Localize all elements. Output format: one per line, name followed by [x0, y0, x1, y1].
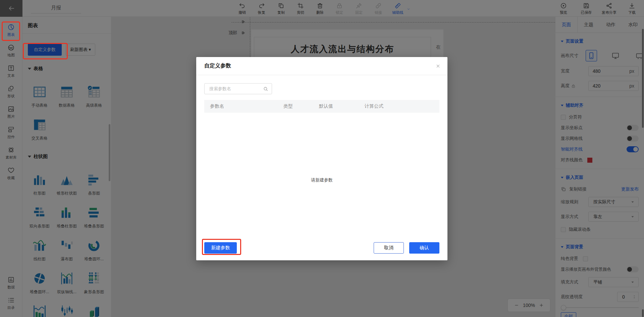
- close-icon[interactable]: [435, 63, 441, 69]
- column-header: 计算公式: [365, 103, 383, 109]
- modal-title: 自定义参数: [204, 62, 231, 69]
- modal-header: 自定义参数: [196, 57, 447, 75]
- cancel-button[interactable]: 取消: [374, 242, 404, 254]
- custom-params-modal: 自定义参数 参数名类型默认值计算公式 请新建参数 新建参数 取消 确认: [196, 57, 447, 260]
- modal-footer: 新建参数 取消 确认: [204, 242, 439, 254]
- column-header: 参数名: [210, 103, 283, 109]
- search-icon[interactable]: [263, 86, 268, 92]
- empty-state-text: 请新建参数: [196, 177, 447, 183]
- param-table-header: 参数名类型默认值计算公式: [204, 100, 439, 113]
- param-search-box: [204, 83, 272, 94]
- param-search-input[interactable]: [209, 86, 263, 92]
- column-header: 类型: [283, 103, 319, 109]
- confirm-button[interactable]: 确认: [409, 242, 439, 254]
- new-param-button[interactable]: 新建参数: [204, 242, 237, 254]
- column-header: 默认值: [319, 103, 365, 109]
- app: 月报 撤销 恢复 复制 剪切 删除 锁定 固定 链接 辅助线: [0, 0, 644, 317]
